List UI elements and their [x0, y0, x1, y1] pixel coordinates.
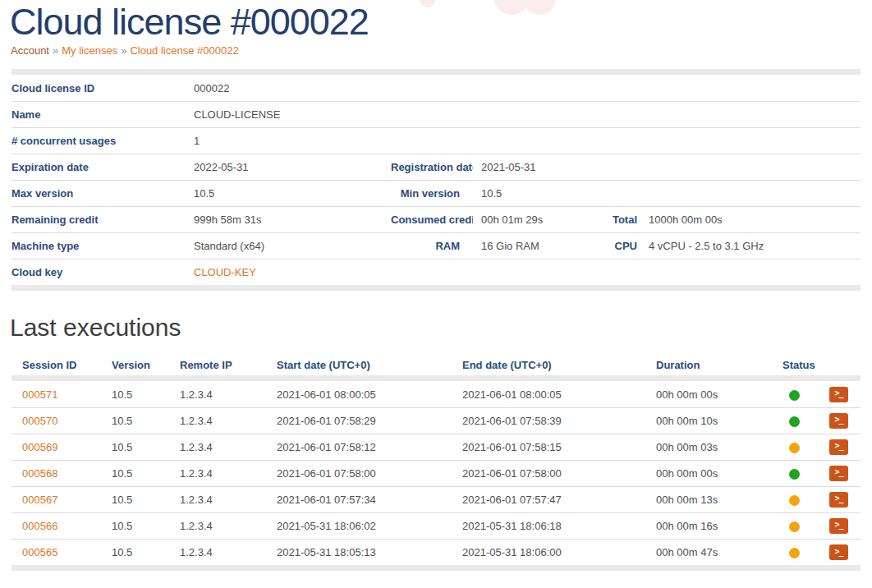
duration-cell: 00h 00m 13s [645, 486, 767, 512]
license-row-cloud-key: Cloud key CLOUD-KEY [11, 259, 861, 285]
license-row-credit: Remaining credit 999h 58m 31s Consumed c… [11, 206, 861, 232]
status-dot [789, 416, 800, 427]
terminal-icon[interactable]: >_ [829, 387, 848, 402]
license-row-dates: Expiration date 2022-05-31 Registration … [11, 154, 861, 180]
session-id-link[interactable]: 000569 [22, 441, 57, 453]
duration-cell: 00h 00m 10s [645, 407, 767, 434]
field-label: Cloud key [11, 259, 194, 285]
execution-row: 000565 10.5 1.2.3.4 2021-05-31 18:05:13 … [11, 539, 861, 565]
execution-row: 000566 10.5 1.2.3.4 2021-05-31 18:06:02 … [11, 512, 861, 539]
terminal-icon[interactable]: >_ [829, 413, 848, 429]
session-id-link[interactable]: 000568 [22, 467, 57, 480]
remote-ip-cell: 1.2.3.4 [168, 512, 265, 539]
end-date-cell: 2021-05-31 18:06:18 [451, 512, 645, 539]
start-date-cell: 2021-06-01 07:57:34 [265, 486, 451, 512]
session-id-link[interactable]: 000565 [22, 546, 57, 558]
table-cap-top [11, 69, 861, 75]
status-dot [789, 521, 800, 532]
field-value: 1 [194, 127, 391, 154]
execution-row: 000568 10.5 1.2.3.4 2021-06-01 07:58:00 … [11, 460, 861, 486]
field-label: Machine type [11, 232, 194, 259]
duration-cell: 00h 00m 16s [645, 512, 767, 539]
cloud-key-link[interactable]: CLOUD-KEY [194, 266, 256, 278]
terminal-glyph: >_ [834, 416, 842, 424]
column-header-status: Status [767, 354, 829, 375]
execution-row: 000567 10.5 1.2.3.4 2021-06-01 07:57:34 … [11, 486, 861, 512]
breadcrumb-link-cloud-license[interactable]: Cloud license #000022 [130, 44, 238, 57]
field-value: 16 Gio RAM [473, 232, 580, 259]
session-id-link[interactable]: 000570 [22, 415, 57, 427]
session-id-link[interactable]: 000566 [22, 520, 57, 532]
terminal-glyph: >_ [834, 548, 842, 556]
breadcrumb-link-account[interactable]: Account [11, 44, 49, 57]
terminal-glyph: >_ [834, 468, 842, 476]
status-dot [789, 548, 800, 558]
field-label: Expiration date [11, 154, 194, 180]
field-label: # concurrent usages [11, 127, 194, 154]
end-date-cell: 2021-05-31 18:06:00 [451, 539, 645, 565]
duration-cell: 00h 00m 47s [645, 539, 767, 565]
version-cell: 10.5 [100, 486, 168, 512]
terminal-glyph: >_ [834, 389, 842, 397]
status-dot [789, 443, 800, 453]
table-cap-bottom [11, 565, 861, 571]
breadcrumb-link-my-licenses[interactable]: My licenses [62, 44, 117, 57]
field-value: Standard (x64) [194, 232, 391, 259]
status-dot [789, 390, 800, 401]
end-date-cell: 2021-06-01 07:57:47 [451, 486, 645, 512]
end-date-cell: 2021-06-01 07:58:00 [451, 460, 645, 486]
execution-row: 000571 10.5 1.2.3.4 2021-06-01 08:00:05 … [11, 381, 861, 407]
field-label: CPU [580, 232, 637, 259]
license-row-versions: Max version 10.5 Min version 10.5 [11, 180, 861, 206]
duration-cell: 00h 00m 00s [645, 460, 767, 486]
license-row-machine: Machine type Standard (x64) RAM 16 Gio R… [11, 232, 861, 259]
field-label: Name [11, 101, 194, 127]
status-dot [789, 495, 800, 506]
version-cell: 10.5 [100, 460, 168, 486]
end-date-cell: 2021-06-01 07:58:15 [451, 434, 645, 460]
remote-ip-cell: 1.2.3.4 [168, 539, 265, 565]
field-value: 10.5 [194, 180, 391, 206]
decorative-blob [506, 0, 548, 3]
end-date-cell: 2021-06-01 08:00:05 [451, 381, 645, 407]
end-date-cell: 2021-06-01 07:58:39 [451, 407, 645, 434]
field-value: 4 vCPU - 2.5 to 3.1 GHz [637, 232, 861, 259]
field-value: 999h 58m 31s [194, 206, 391, 232]
column-header-session-id: Session ID [11, 354, 100, 375]
terminal-glyph: >_ [834, 442, 842, 450]
field-label: RAM [391, 232, 473, 259]
field-label: Max version [11, 180, 194, 206]
session-id-link[interactable]: 000567 [22, 494, 57, 506]
breadcrumb-separator: » [121, 44, 126, 57]
terminal-icon[interactable]: >_ [829, 492, 848, 508]
terminal-glyph: >_ [834, 521, 842, 529]
license-row-name: Name CLOUD-LICENSE [11, 101, 861, 127]
terminal-icon[interactable]: >_ [829, 518, 848, 534]
version-cell: 10.5 [100, 539, 168, 565]
remote-ip-cell: 1.2.3.4 [168, 407, 265, 434]
session-id-link[interactable]: 000571 [22, 388, 57, 401]
terminal-icon[interactable]: >_ [829, 544, 848, 560]
start-date-cell: 2021-06-01 07:58:00 [265, 460, 451, 486]
license-row-id: Cloud license ID 000022 [11, 75, 861, 101]
field-label: Min version [391, 180, 473, 206]
remote-ip-cell: 1.2.3.4 [168, 381, 265, 407]
version-cell: 10.5 [100, 381, 168, 407]
status-dot [789, 469, 800, 480]
terminal-icon[interactable]: >_ [829, 439, 848, 455]
terminal-glyph: >_ [834, 494, 842, 503]
field-label: Consumed credit [391, 206, 473, 232]
field-label: Registration date [391, 154, 473, 180]
version-cell: 10.5 [100, 407, 168, 434]
column-header-duration: Duration [645, 354, 767, 375]
table-cap-top [11, 375, 861, 381]
terminal-icon[interactable]: >_ [829, 466, 848, 481]
remote-ip-cell: 1.2.3.4 [168, 434, 265, 460]
breadcrumb-separator: » [53, 44, 58, 57]
start-date-cell: 2021-05-31 18:05:13 [265, 539, 451, 565]
executions-header-row: Session ID Version Remote IP Start date … [11, 354, 861, 375]
license-row-concurrent-usages: # concurrent usages 1 [11, 127, 861, 154]
start-date-cell: 2021-06-01 07:58:12 [265, 434, 451, 460]
field-value: 00h 01m 29s [473, 206, 580, 232]
field-value: 2021-05-31 [473, 154, 580, 180]
